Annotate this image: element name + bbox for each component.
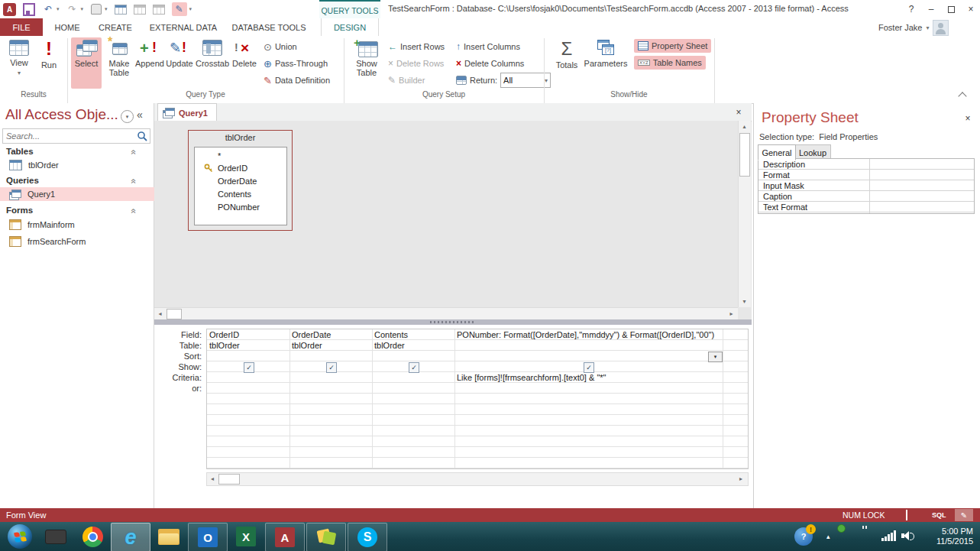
access-app-icon[interactable]: A [3, 3, 16, 16]
insert-rows-button[interactable]: ← Insert Rows [388, 40, 445, 53]
scroll-right-icon[interactable]: ▸ [726, 308, 737, 319]
nav-section-queries[interactable]: Queries [6, 176, 39, 185]
undo-dropdown-icon[interactable]: ▾ [57, 6, 60, 12]
show-table-button[interactable]: + Show Table [350, 37, 383, 89]
tab-design[interactable]: DESIGN [321, 18, 379, 36]
nav-item-frmMainform[interactable]: frmMainform [0, 218, 160, 232]
builder-button[interactable]: ✎ Builder [388, 73, 425, 87]
horizontal-scrollbar[interactable]: ◂ ▸ [154, 307, 738, 320]
taskbar-clock[interactable]: 5:00 PM 11/5/2015 [920, 527, 973, 546]
taskbar-camera-app[interactable] [40, 523, 72, 550]
field-item-OrderID[interactable]: OrderID [218, 162, 247, 174]
nav-section-forms[interactable]: Forms [6, 206, 33, 215]
datasheet-view-status-button[interactable] [906, 510, 907, 520]
tab-home[interactable]: HOME [47, 18, 87, 36]
scroll-down-icon[interactable]: ▾ [739, 296, 750, 307]
taskbar-access[interactable]: A [265, 523, 305, 551]
union-button[interactable]: ⊙ Union [264, 40, 297, 53]
shutter-bar-close-icon[interactable]: « [137, 109, 143, 121]
scrollbar-thumb[interactable] [218, 474, 240, 485]
property-row-format[interactable]: Format [763, 170, 790, 180]
field-item-PONumber[interactable]: PONumber [218, 201, 260, 213]
design-view-button[interactable]: ✎ [172, 2, 187, 16]
property-row-text-format[interactable]: Text Format [763, 202, 807, 212]
scroll-right-icon[interactable]: ▸ [736, 473, 746, 484]
tray-network-icon[interactable] [881, 530, 897, 541]
tab-database-tools[interactable]: DATABASE TOOLS [228, 18, 310, 36]
show-hidden-icons-button[interactable]: ▴ [826, 533, 830, 540]
property-sheet-button[interactable]: Property Sheet [634, 39, 711, 53]
tab-file[interactable]: FILE [0, 18, 43, 36]
nav-section-tables[interactable]: Tables [6, 147, 34, 156]
field-item-OrderDate[interactable]: OrderDate [218, 175, 257, 187]
run-button[interactable]: ! Run [37, 37, 61, 89]
grid-cell-field[interactable]: Contents [374, 329, 453, 339]
close-document-button[interactable]: × [732, 105, 746, 118]
scrollbar-thumb[interactable] [739, 133, 750, 177]
data-definition-button[interactable]: ✎ Data Definition [264, 73, 330, 87]
delete-query-button[interactable]: ! × Delete [231, 37, 258, 89]
search-input[interactable] [3, 131, 137, 141]
grid-cell-table[interactable]: tblOrder [374, 340, 453, 350]
minimize-button[interactable]: – [923, 2, 940, 16]
nav-item-tblOrder[interactable]: tblOrder [0, 158, 160, 172]
save-button[interactable] [23, 3, 35, 15]
touch-mode-dropdown-icon[interactable]: ▾ [105, 6, 108, 12]
nav-item-query1[interactable]: Query1 [0, 187, 160, 201]
field-item-Contents[interactable]: Contents [218, 188, 251, 200]
taskbar-photos-app[interactable] [306, 523, 346, 551]
design-view-status-button[interactable]: ✎ [955, 509, 973, 521]
grid-cell-criteria[interactable]: Like [forms]![frmsearchform].[text0] & "… [457, 372, 721, 382]
undo-button[interactable]: ↶ [42, 3, 54, 15]
scroll-up-icon[interactable]: ▴ [739, 121, 750, 132]
taskbar-file-explorer[interactable] [153, 523, 185, 550]
update-button[interactable]: ✎ ! Update [165, 37, 194, 89]
property-row-caption[interactable]: Caption [763, 191, 792, 201]
sort-dropdown-button[interactable]: ▾ [708, 352, 723, 362]
crosstab-button[interactable]: Crosstab [196, 37, 229, 89]
grid-cell-table[interactable]: tblOrder [209, 340, 288, 350]
close-property-sheet-button[interactable]: × [962, 112, 974, 125]
delete-columns-button[interactable]: × Delete Columns [456, 57, 524, 70]
taskbar-chrome[interactable] [76, 523, 108, 550]
taskbar-excel[interactable]: X [230, 523, 262, 550]
design-grid[interactable]: OrderID OrderDate Contents PONumber: For… [206, 329, 749, 469]
nav-pane-title[interactable]: All Access Obje... [5, 106, 118, 123]
pass-through-button[interactable]: ⊕ Pass-Through [264, 57, 328, 70]
totals-button[interactable]: Σ Totals [551, 37, 582, 89]
collapse-ribbon-button[interactable] [959, 92, 965, 101]
table-names-button[interactable]: XYZ Table Names [634, 56, 706, 70]
property-row-input-mask[interactable]: Input Mask [763, 180, 804, 190]
tab-query1[interactable]: Query1 [157, 103, 217, 122]
nav-item-frmSearchForm[interactable]: frmSearchForm [0, 235, 160, 248]
make-table-button[interactable]: * Make Table [104, 37, 134, 89]
select-query-button[interactable]: Select [71, 37, 102, 89]
scroll-left-icon[interactable]: ◂ [154, 308, 166, 319]
scroll-left-icon[interactable]: ◂ [207, 473, 218, 484]
collapse-section-icon[interactable]: « [128, 179, 139, 184]
sql-view-status-button[interactable]: SQL [932, 511, 946, 519]
field-item-asterisk[interactable]: * [218, 150, 221, 162]
tab-general[interactable]: General [758, 144, 796, 160]
collapse-section-icon[interactable]: « [128, 209, 139, 214]
search-icon[interactable] [137, 131, 147, 141]
taskbar-skype[interactable]: S [348, 523, 387, 551]
restore-button[interactable] [943, 2, 959, 16]
redo-dropdown-icon[interactable]: ▾ [81, 6, 84, 12]
form-view-button[interactable] [153, 3, 165, 15]
qat-customize-dropdown-icon[interactable]: ▾ [189, 6, 192, 12]
tray-help-notification[interactable]: ?! [794, 527, 813, 546]
grid-cell-table[interactable]: tblOrder [292, 340, 370, 350]
show-checkbox[interactable]: ✓ [244, 362, 254, 373]
insert-columns-button[interactable]: ↑ Insert Columns [456, 40, 520, 53]
close-button[interactable]: × [962, 2, 979, 16]
scrollbar-thumb[interactable] [167, 309, 182, 319]
tab-external-data[interactable]: EXTERNAL DATA [145, 18, 222, 36]
show-checkbox[interactable]: ✓ [409, 362, 419, 373]
pane-splitter[interactable] [154, 319, 752, 325]
grid-cell-field[interactable]: PONumber: Format([OrderDate],"mmddyy") &… [457, 329, 721, 339]
delete-rows-button[interactable]: × Delete Rows [388, 57, 444, 70]
pivot-view-button[interactable] [134, 3, 146, 15]
taskbar-internet-explorer[interactable]: e [111, 523, 150, 551]
redo-button[interactable]: ↷ [66, 3, 79, 15]
